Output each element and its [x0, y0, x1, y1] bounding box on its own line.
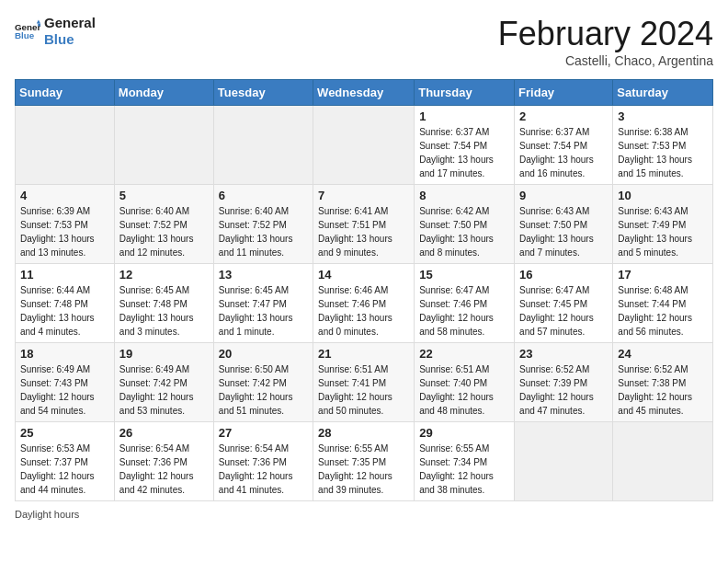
svg-marker-3 [38, 24, 40, 27]
calendar-week-row: 1Sunrise: 6:37 AM Sunset: 7:54 PM Daylig… [16, 106, 713, 185]
day-detail: Sunrise: 6:38 AM Sunset: 7:53 PM Dayligh… [618, 125, 708, 180]
calendar-day-cell [16, 106, 115, 185]
day-detail: Sunrise: 6:53 AM Sunset: 7:37 PM Dayligh… [20, 442, 109, 497]
day-number: 17 [618, 268, 708, 282]
day-number: 14 [318, 268, 409, 282]
day-number: 15 [419, 268, 509, 282]
calendar-day-header: Sunday [16, 80, 115, 106]
location-subtitle: Castelli, Chaco, Argentina [498, 53, 713, 68]
day-number: 11 [20, 268, 109, 282]
day-detail: Sunrise: 6:50 AM Sunset: 7:42 PM Dayligh… [219, 362, 308, 418]
calendar-day-cell: 11Sunrise: 6:44 AM Sunset: 7:48 PM Dayli… [16, 264, 115, 343]
calendar-day-cell [515, 422, 613, 501]
day-detail: Sunrise: 6:55 AM Sunset: 7:34 PM Dayligh… [419, 442, 509, 497]
calendar-day-cell: 7Sunrise: 6:41 AM Sunset: 7:51 PM Daylig… [313, 185, 415, 264]
day-number: 12 [119, 268, 209, 282]
calendar-header-row: SundayMondayTuesdayWednesdayThursdayFrid… [16, 80, 713, 106]
logo: General Blue General Blue [15, 15, 96, 48]
daylight-label: Daylight hours [15, 509, 79, 520]
calendar-day-cell: 20Sunrise: 6:50 AM Sunset: 7:42 PM Dayli… [213, 343, 313, 422]
day-number: 4 [20, 189, 109, 202]
day-number: 18 [20, 347, 109, 361]
day-number: 25 [20, 426, 109, 440]
calendar-day-cell: 16Sunrise: 6:47 AM Sunset: 7:45 PM Dayli… [515, 264, 613, 343]
day-detail: Sunrise: 6:40 AM Sunset: 7:52 PM Dayligh… [219, 204, 308, 259]
calendar-week-row: 25Sunrise: 6:53 AM Sunset: 7:37 PM Dayli… [16, 422, 713, 501]
day-number: 2 [519, 109, 608, 123]
day-detail: Sunrise: 6:47 AM Sunset: 7:45 PM Dayligh… [519, 283, 608, 339]
day-detail: Sunrise: 6:51 AM Sunset: 7:40 PM Dayligh… [419, 362, 509, 418]
day-detail: Sunrise: 6:41 AM Sunset: 7:51 PM Dayligh… [318, 204, 409, 259]
month-year-title: February 2024 [498, 15, 713, 53]
day-number: 23 [519, 347, 608, 361]
calendar-day-cell: 19Sunrise: 6:49 AM Sunset: 7:42 PM Dayli… [114, 343, 213, 422]
calendar-day-cell: 6Sunrise: 6:40 AM Sunset: 7:52 PM Daylig… [213, 185, 313, 264]
day-detail: Sunrise: 6:54 AM Sunset: 7:36 PM Dayligh… [219, 442, 308, 497]
calendar-day-cell: 1Sunrise: 6:37 AM Sunset: 7:54 PM Daylig… [415, 106, 515, 185]
day-number: 5 [119, 189, 209, 202]
calendar-day-cell [313, 106, 415, 185]
svg-text:Blue: Blue [15, 30, 35, 40]
day-number: 19 [119, 347, 209, 361]
day-detail: Sunrise: 6:44 AM Sunset: 7:48 PM Dayligh… [20, 283, 109, 339]
calendar-day-header: Saturday [613, 80, 713, 106]
calendar-day-cell: 27Sunrise: 6:54 AM Sunset: 7:36 PM Dayli… [213, 422, 313, 501]
day-detail: Sunrise: 6:49 AM Sunset: 7:43 PM Dayligh… [20, 362, 109, 418]
day-detail: Sunrise: 6:45 AM Sunset: 7:48 PM Dayligh… [119, 283, 209, 339]
day-number: 29 [419, 426, 509, 440]
day-number: 24 [618, 347, 708, 361]
day-number: 3 [618, 109, 708, 123]
day-detail: Sunrise: 6:40 AM Sunset: 7:52 PM Dayligh… [119, 204, 209, 259]
day-detail: Sunrise: 6:51 AM Sunset: 7:41 PM Dayligh… [318, 362, 409, 418]
day-number: 20 [219, 347, 308, 361]
day-detail: Sunrise: 6:52 AM Sunset: 7:38 PM Dayligh… [618, 362, 708, 418]
calendar-day-header: Tuesday [213, 80, 313, 106]
calendar-day-cell [213, 106, 313, 185]
day-number: 9 [519, 189, 608, 202]
day-number: 7 [318, 189, 409, 202]
day-number: 6 [219, 189, 308, 202]
calendar-week-row: 4Sunrise: 6:39 AM Sunset: 7:53 PM Daylig… [16, 185, 713, 264]
calendar-day-cell: 8Sunrise: 6:42 AM Sunset: 7:50 PM Daylig… [415, 185, 515, 264]
calendar-day-cell: 24Sunrise: 6:52 AM Sunset: 7:38 PM Dayli… [613, 343, 713, 422]
day-detail: Sunrise: 6:54 AM Sunset: 7:36 PM Dayligh… [119, 442, 209, 497]
day-detail: Sunrise: 6:47 AM Sunset: 7:46 PM Dayligh… [419, 283, 509, 339]
calendar-day-cell: 25Sunrise: 6:53 AM Sunset: 7:37 PM Dayli… [16, 422, 115, 501]
day-number: 16 [519, 268, 608, 282]
day-detail: Sunrise: 6:52 AM Sunset: 7:39 PM Dayligh… [519, 362, 608, 418]
footer: Daylight hours [15, 509, 713, 520]
day-detail: Sunrise: 6:48 AM Sunset: 7:44 PM Dayligh… [618, 283, 708, 339]
calendar-day-cell: 4Sunrise: 6:39 AM Sunset: 7:53 PM Daylig… [16, 185, 115, 264]
calendar-day-cell [114, 106, 213, 185]
calendar-day-cell: 13Sunrise: 6:45 AM Sunset: 7:47 PM Dayli… [213, 264, 313, 343]
calendar-day-cell: 28Sunrise: 6:55 AM Sunset: 7:35 PM Dayli… [313, 422, 415, 501]
calendar-day-cell: 23Sunrise: 6:52 AM Sunset: 7:39 PM Dayli… [515, 343, 613, 422]
calendar-day-cell: 12Sunrise: 6:45 AM Sunset: 7:48 PM Dayli… [114, 264, 213, 343]
day-detail: Sunrise: 6:42 AM Sunset: 7:50 PM Dayligh… [419, 204, 509, 259]
logo-general-text: General [44, 15, 96, 31]
day-detail: Sunrise: 6:55 AM Sunset: 7:35 PM Dayligh… [318, 442, 409, 497]
calendar-day-cell: 14Sunrise: 6:46 AM Sunset: 7:46 PM Dayli… [313, 264, 415, 343]
calendar-day-cell: 26Sunrise: 6:54 AM Sunset: 7:36 PM Dayli… [114, 422, 213, 501]
calendar-day-header: Wednesday [313, 80, 415, 106]
calendar-week-row: 18Sunrise: 6:49 AM Sunset: 7:43 PM Dayli… [16, 343, 713, 422]
calendar-day-cell: 9Sunrise: 6:43 AM Sunset: 7:50 PM Daylig… [515, 185, 613, 264]
calendar-day-cell: 18Sunrise: 6:49 AM Sunset: 7:43 PM Dayli… [16, 343, 115, 422]
calendar-day-cell: 3Sunrise: 6:38 AM Sunset: 7:53 PM Daylig… [613, 106, 713, 185]
day-detail: Sunrise: 6:46 AM Sunset: 7:46 PM Dayligh… [318, 283, 409, 339]
day-number: 10 [618, 189, 708, 202]
calendar-table: SundayMondayTuesdayWednesdayThursdayFrid… [15, 79, 713, 501]
day-detail: Sunrise: 6:39 AM Sunset: 7:53 PM Dayligh… [20, 204, 109, 259]
logo-blue-text: Blue [44, 31, 96, 48]
day-number: 21 [318, 347, 409, 361]
day-detail: Sunrise: 6:37 AM Sunset: 7:54 PM Dayligh… [519, 125, 608, 180]
day-detail: Sunrise: 6:37 AM Sunset: 7:54 PM Dayligh… [419, 125, 509, 180]
calendar-day-cell: 29Sunrise: 6:55 AM Sunset: 7:34 PM Dayli… [415, 422, 515, 501]
day-number: 13 [219, 268, 308, 282]
calendar-day-cell: 10Sunrise: 6:43 AM Sunset: 7:49 PM Dayli… [613, 185, 713, 264]
day-number: 28 [318, 426, 409, 440]
day-detail: Sunrise: 6:49 AM Sunset: 7:42 PM Dayligh… [119, 362, 209, 418]
calendar-day-header: Monday [114, 80, 213, 106]
day-number: 26 [119, 426, 209, 440]
calendar-day-cell: 5Sunrise: 6:40 AM Sunset: 7:52 PM Daylig… [114, 185, 213, 264]
